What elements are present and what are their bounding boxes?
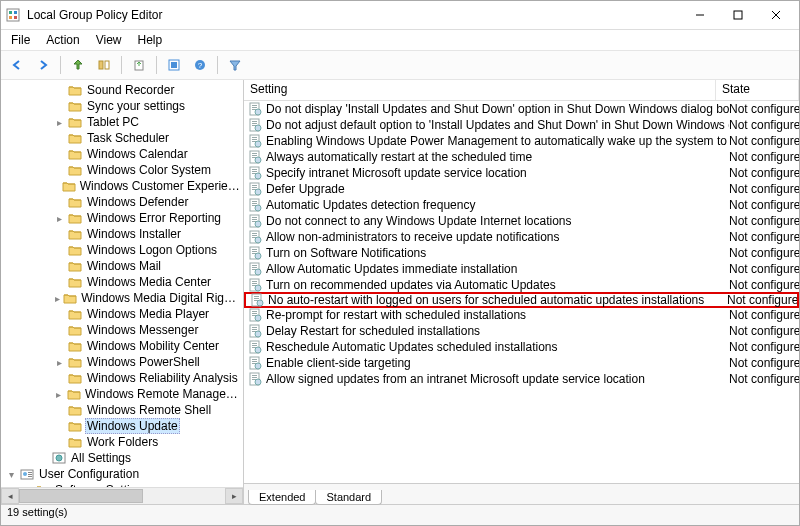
policy-row[interactable]: No auto-restart with logged on users for… [244,292,799,308]
chevron-down-icon[interactable] [5,469,17,480]
chevron-right-icon[interactable] [53,389,64,400]
scroll-right-icon[interactable]: ▸ [225,488,243,504]
svg-rect-85 [254,298,259,299]
policy-state: Not configured [729,230,799,244]
policy-row[interactable]: Defer UpgradeNot configured [244,181,799,197]
tree-item[interactable]: User Configuration [1,466,243,482]
up-button[interactable] [66,53,90,77]
scroll-thumb[interactable] [19,489,143,503]
tree-item[interactable]: Windows Reliability Analysis [1,370,243,386]
tree-item-label: Sync your settings [85,99,187,113]
tree-item[interactable]: Tablet PC [1,114,243,130]
chevron-right-icon[interactable] [53,117,65,128]
policy-row[interactable]: Reschedule Automatic Updates scheduled i… [244,339,799,355]
policy-row[interactable]: Enabling Windows Update Power Management… [244,133,799,149]
policy-row[interactable]: Allow signed updates from an intranet Mi… [244,371,799,387]
policy-state: Not configured [729,166,799,180]
policy-row[interactable]: Enable client-side targetingNot configur… [244,355,799,371]
menubar: File Action View Help [1,30,799,50]
policy-name: Defer Upgrade [266,182,729,196]
chevron-right-icon[interactable] [53,293,61,304]
tree-item[interactable]: Windows Media Digital Rights Management [1,290,243,306]
policy-row[interactable]: Do not display 'Install Updates and Shut… [244,101,799,117]
svg-point-87 [257,300,263,306]
help-button[interactable]: ? [188,53,212,77]
policy-row[interactable]: Automatic Updates detection frequencyNot… [244,197,799,213]
scroll-track[interactable] [19,489,225,503]
tree-item[interactable]: Windows Remote Management [1,386,243,402]
tree-item[interactable]: Windows PowerShell [1,354,243,370]
policy-row[interactable]: Always automatically restart at the sche… [244,149,799,165]
tree-item-label: Windows Customer Experience Improvement … [78,179,243,193]
folder-icon [67,163,83,177]
maximize-button[interactable] [719,4,757,26]
svg-rect-45 [252,171,257,172]
minimize-button[interactable] [681,4,719,26]
policy-name: Allow Automatic Updates immediate instal… [266,262,729,276]
menu-help[interactable]: Help [132,32,169,48]
policy-state: Not configured [729,150,799,164]
filter-button[interactable] [223,53,247,77]
tree-item[interactable]: Windows Remote Shell [1,402,243,418]
tree-item[interactable]: Windows Mobility Center [1,338,243,354]
svg-rect-64 [252,233,257,234]
nav-forward-button[interactable] [31,53,55,77]
tree-item[interactable]: Software Settings [1,482,243,487]
svg-rect-55 [252,203,257,204]
show-hide-tree-button[interactable] [92,53,116,77]
tree-item-label: Windows Remote Shell [85,403,213,417]
tree-item[interactable]: Windows Messenger [1,322,243,338]
tree-item[interactable]: Windows Installer [1,226,243,242]
tree-item[interactable]: All Settings [1,450,243,466]
chevron-right-icon[interactable] [53,213,65,224]
close-button[interactable] [757,4,795,26]
policy-row[interactable]: Do not connect to any Windows Update Int… [244,213,799,229]
svg-rect-100 [252,345,257,346]
policy-row[interactable]: Do not adjust default option to 'Install… [244,117,799,133]
tree-item[interactable]: Sync your settings [1,98,243,114]
policy-row[interactable]: Allow Automatic Updates immediate instal… [244,261,799,277]
tree-item[interactable]: Windows Color System [1,162,243,178]
policy-row[interactable]: Re-prompt for restart with scheduled ins… [244,307,799,323]
scroll-left-icon[interactable]: ◂ [1,488,19,504]
policy-icon [248,262,262,276]
policy-row[interactable]: Delay Restart for scheduled installation… [244,323,799,339]
policy-row[interactable]: Turn on recommended updates via Automati… [244,277,799,293]
tree-item[interactable]: Windows Defender [1,194,243,210]
policy-row[interactable]: Turn on Software NotificationsNot config… [244,245,799,261]
tree-item[interactable]: Windows Customer Experience Improvement … [1,178,243,194]
tab-standard[interactable]: Standard [315,490,382,505]
svg-rect-22 [28,476,32,477]
svg-point-97 [255,331,261,337]
menu-file[interactable]: File [5,32,36,48]
svg-point-47 [255,173,261,179]
svg-rect-109 [252,375,257,376]
tree-hscrollbar[interactable]: ◂ ▸ [1,487,243,504]
menu-action[interactable]: Action [40,32,85,48]
tree-item[interactable]: Windows Calendar [1,146,243,162]
svg-rect-89 [252,311,257,312]
policy-row[interactable]: Specify intranet Microsoft update servic… [244,165,799,181]
chevron-right-icon[interactable] [21,485,33,488]
tree-item[interactable]: Work Folders [1,434,243,450]
refresh-button[interactable] [162,53,186,77]
policy-state: Not configured [729,246,799,260]
tree-item[interactable]: Task Scheduler [1,130,243,146]
tree-item[interactable]: Windows Mail [1,258,243,274]
policy-name: Turn on Software Notifications [266,246,729,260]
tree-item[interactable]: Sound Recorder [1,82,243,98]
col-state[interactable]: State [716,80,799,100]
tab-extended[interactable]: Extended [248,490,316,505]
menu-view[interactable]: View [90,32,128,48]
tree-item[interactable]: Windows Update [1,418,243,434]
tree-item[interactable]: Windows Logon Options [1,242,243,258]
nav-back-button[interactable] [5,53,29,77]
tree-item-label: Software Settings [53,483,151,487]
col-setting[interactable]: Setting [244,80,716,100]
tree-item[interactable]: Windows Media Player [1,306,243,322]
chevron-right-icon[interactable] [53,357,65,368]
policy-row[interactable]: Allow non-administrators to receive upda… [244,229,799,245]
export-button[interactable] [127,53,151,77]
tree-item[interactable]: Windows Media Center [1,274,243,290]
tree-item[interactable]: Windows Error Reporting [1,210,243,226]
